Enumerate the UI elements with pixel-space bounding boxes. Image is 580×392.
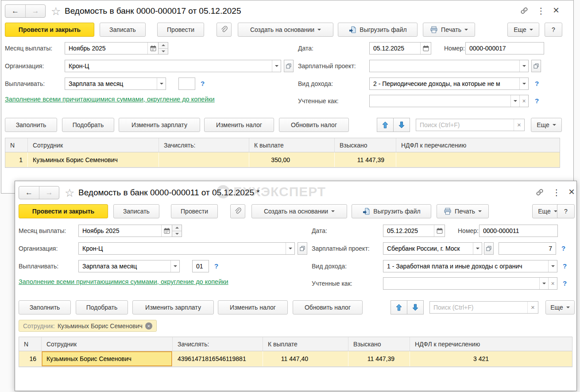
search-input[interactable] — [416, 119, 514, 131]
help-icon[interactable]: ? — [561, 242, 565, 255]
update-tax-button[interactable]: Обновить налог — [279, 118, 349, 132]
print-button[interactable]: Печать — [437, 204, 489, 218]
document-number-field[interactable]: 0000-000011 — [479, 225, 558, 237]
chevron-down-icon[interactable] — [157, 78, 166, 89]
stepper-down-icon[interactable] — [159, 48, 168, 54]
header-cell-n[interactable]: N — [5, 138, 27, 152]
fill-settings-link[interactable]: Заполнение всеми причитающимися суммами,… — [5, 95, 233, 104]
fill-button[interactable]: Заполнить — [19, 300, 71, 314]
table-more-button[interactable]: Еще — [545, 300, 575, 314]
filter-tag[interactable]: Сотрудник: Кузьминых Борис Семенович × — [19, 320, 157, 332]
change-salary-button[interactable]: Изменить зарплату — [132, 300, 214, 314]
calendar-icon[interactable] — [434, 225, 445, 237]
fill-button[interactable]: Заполнить — [5, 118, 57, 132]
update-tax-button[interactable]: Обновить налог — [293, 300, 363, 314]
document-number-field[interactable]: 0000-000017 — [465, 42, 544, 54]
cell-account[interactable] — [159, 152, 249, 167]
cell-to-pay[interactable]: 350,00 — [249, 152, 334, 167]
change-salary-button[interactable]: Изменить зарплату — [119, 118, 200, 132]
help-button[interactable]: ? — [557, 204, 575, 218]
filter-remove-icon[interactable]: × — [145, 322, 152, 330]
forward-button[interactable]: → — [39, 186, 59, 199]
cell-withheld[interactable]: 11 447,39 — [334, 152, 396, 167]
help-icon[interactable]: ? — [201, 78, 205, 90]
header-cell-ndfl[interactable]: НДФЛ к перечислению — [410, 337, 572, 351]
move-down-button[interactable] — [393, 118, 410, 132]
attachments-button[interactable] — [217, 23, 232, 37]
search-clear-icon[interactable]: × — [514, 119, 524, 131]
date-field[interactable]: 05.12.2025 — [383, 225, 445, 237]
chevron-down-icon[interactable] — [170, 260, 179, 272]
print-button[interactable]: Печать — [423, 23, 475, 37]
cell-to-pay[interactable]: 11 447,40 — [263, 351, 348, 366]
chevron-down-icon[interactable] — [519, 78, 528, 89]
close-icon[interactable]: × — [550, 4, 562, 16]
header-cell-account[interactable]: Зачислять: — [159, 138, 249, 152]
chevron-down-icon[interactable] — [272, 60, 281, 72]
header-cell-ndfl[interactable]: НДФЛ к перечислению — [396, 138, 560, 152]
month-field[interactable]: Ноябрь 2025 — [65, 42, 159, 54]
pay-select[interactable]: Зарплата за месяц — [78, 260, 180, 272]
salary-project-open-button[interactable] — [531, 60, 541, 72]
save-button[interactable]: Записать — [100, 23, 146, 37]
help-button[interactable]: ? — [545, 23, 562, 37]
get-link-icon[interactable] — [534, 186, 545, 198]
table-more-button[interactable]: Еще — [531, 118, 562, 132]
favorite-star-icon[interactable]: ☆ — [51, 4, 61, 18]
calendar-icon[interactable] — [147, 43, 158, 54]
table-row[interactable]: 16 Кузьминых Борис Семенович 43961471816… — [19, 351, 572, 367]
clear-field-icon[interactable]: × — [548, 278, 557, 289]
cell-employee[interactable]: Кузьминых Борис Семенович — [27, 152, 159, 167]
accounted-as-field[interactable]: × — [369, 95, 529, 107]
clear-field-icon[interactable]: × — [519, 95, 528, 107]
chevron-down-icon[interactable] — [548, 260, 557, 272]
cell-ndfl[interactable] — [396, 152, 560, 167]
change-tax-button[interactable]: Изменить налог — [218, 300, 288, 314]
chevron-down-icon[interactable] — [519, 60, 528, 72]
export-file-button[interactable]: Выгрузить файл — [352, 204, 431, 218]
cell-n[interactable]: 16 — [19, 351, 41, 366]
window-menu-icon[interactable]: ⋮ — [535, 5, 547, 16]
stepper-down-icon[interactable] — [172, 231, 182, 237]
move-down-button[interactable] — [407, 300, 424, 314]
cell-n[interactable]: 1 — [5, 152, 27, 167]
table-row[interactable]: 1 Кузьминых Борис Семенович 350,00 11 44… — [5, 152, 560, 167]
salary-project-field[interactable]: Сбербанк России, г. Моск — [383, 242, 482, 255]
help-icon[interactable]: ? — [214, 260, 218, 272]
attachments-button[interactable] — [230, 204, 245, 218]
accounted-as-field[interactable]: × — [383, 277, 557, 290]
change-tax-button[interactable]: Изменить налог — [204, 118, 274, 132]
cell-ndfl[interactable]: 3 421 — [410, 351, 572, 366]
chevron-down-icon[interactable] — [473, 243, 482, 254]
salary-project-open-button[interactable] — [484, 242, 494, 255]
date-field[interactable]: 05.12.2025 — [369, 42, 431, 54]
help-icon[interactable]: ? — [535, 78, 539, 90]
income-kind-select[interactable]: 2 - Периодические доходы, на которые не … — [369, 78, 529, 90]
header-cell-to-pay[interactable]: К выплате — [249, 138, 334, 152]
post-button[interactable]: Провести — [171, 204, 218, 218]
cell-withheld[interactable]: 11 447,39 — [348, 351, 410, 366]
header-cell-to-pay[interactable]: К выплате — [263, 337, 348, 351]
post-and-close-button[interactable]: Провести и закрыть — [5, 23, 94, 37]
header-cell-n[interactable]: N — [19, 337, 41, 351]
income-kind-select[interactable]: 1 - Заработная плата и иные доходы с огр… — [383, 260, 557, 272]
header-cell-employee[interactable]: Сотрудник — [27, 138, 159, 152]
pick-button[interactable]: Подобрать — [62, 118, 114, 132]
header-cell-account[interactable]: Зачислять: — [172, 337, 263, 351]
move-up-button[interactable] — [377, 118, 394, 132]
create-based-on-button[interactable]: Создать на основании — [251, 204, 347, 218]
fill-settings-link[interactable]: Заполнение всеми причитающимися суммами,… — [19, 277, 247, 287]
cell-employee-selected[interactable]: Кузьминых Борис Семенович — [41, 351, 172, 366]
pay-select[interactable]: Зарплата за месяц — [65, 78, 166, 90]
favorite-star-icon[interactable]: ☆ — [65, 186, 74, 199]
header-cell-withheld[interactable]: Взыскано — [334, 138, 396, 152]
chevron-down-icon[interactable] — [286, 243, 294, 254]
organization-open-button[interactable] — [284, 60, 294, 72]
chevron-down-icon[interactable] — [510, 95, 519, 107]
get-link-icon[interactable] — [518, 5, 530, 16]
help-icon[interactable]: ? — [563, 277, 567, 290]
stepper-up-icon[interactable] — [159, 43, 168, 48]
salary-project-number-field[interactable]: 7 — [499, 242, 556, 255]
pay-code-field[interactable] — [178, 78, 195, 90]
organization-open-button[interactable] — [298, 242, 307, 255]
